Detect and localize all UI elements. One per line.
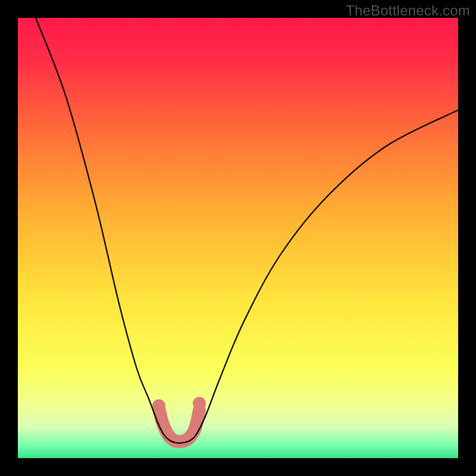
- curve-layer: [18, 18, 458, 458]
- bottleneck-curve: [36, 18, 458, 443]
- highlight-dot-right: [193, 397, 206, 410]
- highlight-dot-left: [152, 399, 165, 412]
- watermark-label: TheBottleneck.com: [346, 2, 470, 19]
- plot-area: [18, 18, 458, 458]
